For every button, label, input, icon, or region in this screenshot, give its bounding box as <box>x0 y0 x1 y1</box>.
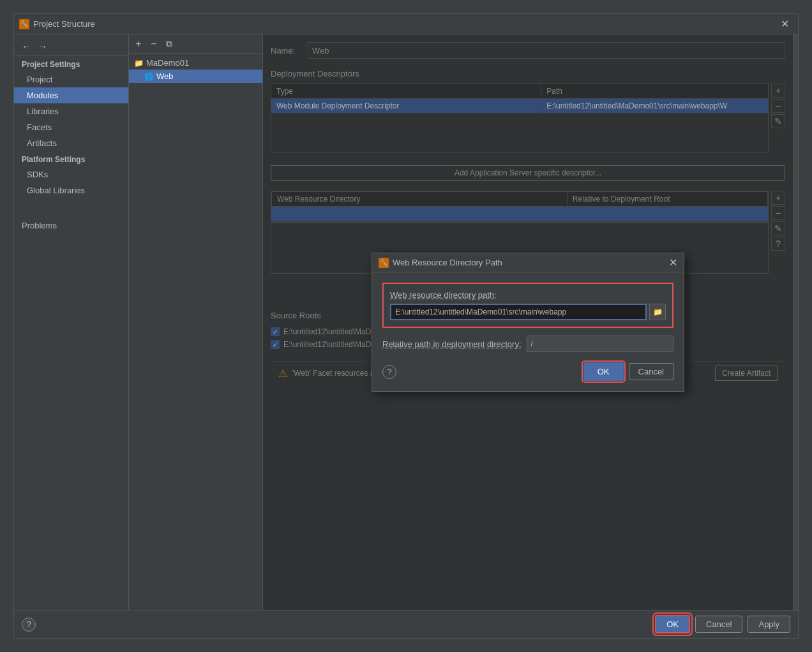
modal-field-label: Web resource directory path: <box>390 290 666 300</box>
modal-icon: 🔧 <box>379 258 389 268</box>
modal-cancel-button[interactable]: Cancel <box>629 363 673 380</box>
platform-settings-header: Platform Settings <box>14 151 128 167</box>
sidebar-item-libraries[interactable]: Libraries <box>14 103 128 119</box>
cancel-button[interactable]: Cancel <box>695 616 742 633</box>
sidebar-toolbar: ← → <box>14 37 128 56</box>
detail-panel: Name: Deployment Descriptors Type Path W… <box>263 34 793 610</box>
tree-copy-button[interactable]: ⧉ <box>162 37 176 51</box>
title-bar: 🔧 Project Structure ✕ <box>14 14 798 34</box>
tree-remove-button[interactable]: − <box>147 37 161 51</box>
sidebar-item-sdks[interactable]: SDKs <box>14 167 128 182</box>
forward-button[interactable]: → <box>36 40 50 54</box>
modal-title: Web Resource Directory Path <box>393 258 502 267</box>
sidebar-item-problems[interactable]: Problems <box>14 218 128 233</box>
modal-input-row: 📁 <box>390 304 666 320</box>
help-button[interactable]: ? <box>22 618 36 632</box>
tree-content: 📁 MaDemo01 🌐 Web <box>129 54 262 610</box>
main-content: ← → Project Settings Project Modules Lib… <box>14 34 798 610</box>
modal-path-input[interactable] <box>390 304 647 320</box>
close-button[interactable]: ✕ <box>777 17 793 31</box>
window-title: Project Structure <box>33 19 95 29</box>
tree-item-web[interactable]: 🌐 Web <box>129 70 262 83</box>
tree-panel: + − ⧉ 📁 MaDemo01 🌐 Web <box>129 34 263 610</box>
tree-toolbar: + − ⧉ <box>129 34 262 54</box>
window-icon: 🔧 <box>19 19 29 29</box>
modal-help-button[interactable]: ? <box>382 365 396 379</box>
ok-button[interactable]: OK <box>655 615 690 633</box>
tree-item-mademo01[interactable]: 📁 MaDemo01 <box>129 56 262 70</box>
modal-relative-row: Relative path in deployment directory: <box>382 336 673 352</box>
sidebar-item-project[interactable]: Project <box>14 71 128 87</box>
apply-button[interactable]: Apply <box>748 616 790 633</box>
scrollbar[interactable] <box>793 34 798 610</box>
web-module-icon: 🌐 <box>144 72 154 81</box>
modal-relative-label: Relative path in deployment directory: <box>382 339 522 349</box>
sidebar: ← → Project Settings Project Modules Lib… <box>14 34 129 610</box>
bottom-bar: ? OK Cancel Apply <box>14 610 798 638</box>
tree-add-button[interactable]: + <box>132 37 146 51</box>
back-button[interactable]: ← <box>19 40 33 54</box>
sidebar-item-modules[interactable]: Modules <box>14 87 128 103</box>
main-window: 🔧 Project Structure ✕ ← → Project Settin… <box>13 13 799 639</box>
modal-buttons: ? OK Cancel <box>382 362 673 381</box>
sidebar-item-global-libraries[interactable]: Global Libraries <box>14 182 128 198</box>
modal-title-left: 🔧 Web Resource Directory Path <box>379 258 502 268</box>
sidebar-item-artifacts[interactable]: Artifacts <box>14 135 128 151</box>
folder-icon: 📁 <box>134 59 144 68</box>
modal-title-bar: 🔧 Web Resource Directory Path ✕ <box>372 253 684 272</box>
modal-path-section: Web resource directory path: 📁 <box>382 283 673 328</box>
modal-close-button[interactable]: ✕ <box>669 256 677 269</box>
modal-body: Web resource directory path: 📁 Relative … <box>372 272 684 391</box>
modal-relative-input[interactable] <box>527 336 673 352</box>
modal-ok-button[interactable]: OK <box>583 362 624 381</box>
modal-overlay: 🔧 Web Resource Directory Path ✕ Web reso… <box>263 34 793 610</box>
modal-dialog: 🔧 Web Resource Directory Path ✕ Web reso… <box>372 253 684 392</box>
sidebar-item-facets[interactable]: Facets <box>14 119 128 135</box>
title-bar-left: 🔧 Project Structure <box>19 19 95 29</box>
modal-browse-button[interactable]: 📁 <box>649 304 666 320</box>
project-settings-header: Project Settings <box>14 56 128 71</box>
